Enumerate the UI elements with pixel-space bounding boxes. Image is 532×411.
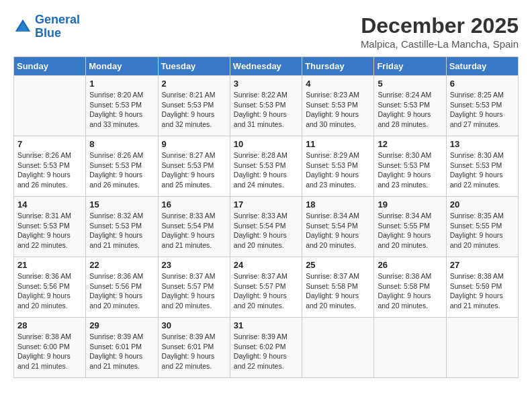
logo: General Blue: [13, 13, 80, 40]
day-info: Sunrise: 8:35 AM Sunset: 5:55 PM Dayligh…: [450, 211, 515, 250]
calendar-cell: 8Sunrise: 8:26 AM Sunset: 5:53 PM Daylig…: [86, 136, 158, 197]
day-number: 9: [162, 139, 226, 149]
logo-text: General Blue: [35, 13, 80, 40]
day-number: 14: [17, 199, 82, 210]
day-number: 3: [234, 79, 298, 89]
title-block: December 2025 Malpica, Castille-La Manch…: [361, 13, 519, 50]
day-info: Sunrise: 8:39 AM Sunset: 6:01 PM Dayligh…: [162, 332, 226, 371]
day-info: Sunrise: 8:38 AM Sunset: 6:00 PM Dayligh…: [17, 332, 82, 371]
header-wednesday: Wednesday: [230, 57, 302, 76]
header-tuesday: Tuesday: [158, 57, 230, 76]
day-number: 19: [378, 199, 442, 210]
calendar-cell: 25Sunrise: 8:37 AM Sunset: 5:58 PM Dayli…: [302, 257, 374, 318]
day-info: Sunrise: 8:26 AM Sunset: 5:53 PM Dayligh…: [17, 150, 82, 190]
calendar-cell: [446, 318, 518, 378]
calendar-cell: 15Sunrise: 8:32 AM Sunset: 5:53 PM Dayli…: [86, 197, 158, 257]
day-info: Sunrise: 8:25 AM Sunset: 5:53 PM Dayligh…: [450, 90, 515, 130]
header-sunday: Sunday: [14, 57, 86, 76]
day-number: 21: [17, 260, 82, 270]
day-info: Sunrise: 8:39 AM Sunset: 6:01 PM Dayligh…: [89, 332, 154, 371]
day-number: 12: [378, 139, 442, 149]
day-number: 24: [234, 260, 298, 270]
header-saturday: Saturday: [446, 57, 518, 76]
calendar-cell: 1Sunrise: 8:20 AM Sunset: 5:53 PM Daylig…: [86, 76, 158, 136]
day-number: 10: [234, 139, 298, 149]
calendar-cell: 30Sunrise: 8:39 AM Sunset: 6:01 PM Dayli…: [158, 318, 230, 378]
page-header: General Blue December 2025 Malpica, Cast…: [13, 13, 519, 50]
calendar-cell: 29Sunrise: 8:39 AM Sunset: 6:01 PM Dayli…: [86, 318, 158, 378]
calendar-cell: [14, 76, 86, 136]
day-number: 23: [162, 260, 226, 270]
day-number: 7: [17, 139, 82, 149]
calendar-cell: 19Sunrise: 8:34 AM Sunset: 5:55 PM Dayli…: [374, 197, 446, 257]
day-number: 20: [450, 199, 515, 210]
day-number: 2: [162, 79, 226, 89]
day-info: Sunrise: 8:38 AM Sunset: 5:58 PM Dayligh…: [378, 271, 442, 311]
calendar-cell: 16Sunrise: 8:33 AM Sunset: 5:54 PM Dayli…: [158, 197, 230, 257]
day-info: Sunrise: 8:31 AM Sunset: 5:53 PM Dayligh…: [17, 211, 82, 250]
day-info: Sunrise: 8:27 AM Sunset: 5:53 PM Dayligh…: [162, 150, 226, 190]
calendar-cell: 22Sunrise: 8:36 AM Sunset: 5:56 PM Dayli…: [86, 257, 158, 318]
day-number: 27: [450, 260, 515, 270]
calendar-cell: 17Sunrise: 8:33 AM Sunset: 5:54 PM Dayli…: [230, 197, 302, 257]
calendar-cell: 27Sunrise: 8:38 AM Sunset: 5:59 PM Dayli…: [446, 257, 518, 318]
calendar-cell: 21Sunrise: 8:36 AM Sunset: 5:56 PM Dayli…: [14, 257, 86, 318]
calendar-cell: 4Sunrise: 8:23 AM Sunset: 5:53 PM Daylig…: [302, 76, 374, 136]
day-number: 4: [306, 79, 370, 89]
calendar-cell: 9Sunrise: 8:27 AM Sunset: 5:53 PM Daylig…: [158, 136, 230, 197]
calendar-cell: [374, 318, 446, 378]
calendar-week-2: 7Sunrise: 8:26 AM Sunset: 5:53 PM Daylig…: [14, 136, 519, 197]
logo-line2: Blue: [35, 26, 61, 40]
calendar-cell: 3Sunrise: 8:22 AM Sunset: 5:53 PM Daylig…: [230, 76, 302, 136]
day-info: Sunrise: 8:23 AM Sunset: 5:53 PM Dayligh…: [306, 90, 370, 130]
month-title: December 2025: [361, 13, 519, 38]
day-number: 5: [378, 79, 442, 89]
day-number: 8: [89, 139, 154, 149]
day-info: Sunrise: 8:30 AM Sunset: 5:53 PM Dayligh…: [378, 150, 442, 190]
calendar-cell: 6Sunrise: 8:25 AM Sunset: 5:53 PM Daylig…: [446, 76, 518, 136]
day-number: 18: [306, 199, 370, 210]
day-number: 29: [89, 320, 154, 330]
day-info: Sunrise: 8:36 AM Sunset: 5:56 PM Dayligh…: [17, 271, 82, 311]
day-number: 30: [162, 320, 226, 330]
calendar-cell: 12Sunrise: 8:30 AM Sunset: 5:53 PM Dayli…: [374, 136, 446, 197]
calendar-cell: 13Sunrise: 8:30 AM Sunset: 5:53 PM Dayli…: [446, 136, 518, 197]
day-number: 11: [306, 139, 370, 149]
day-number: 6: [450, 79, 515, 89]
day-info: Sunrise: 8:37 AM Sunset: 5:57 PM Dayligh…: [162, 271, 226, 311]
day-info: Sunrise: 8:37 AM Sunset: 5:57 PM Dayligh…: [234, 271, 298, 311]
calendar-cell: 11Sunrise: 8:29 AM Sunset: 5:53 PM Dayli…: [302, 136, 374, 197]
day-info: Sunrise: 8:26 AM Sunset: 5:53 PM Dayligh…: [89, 150, 154, 190]
calendar-week-4: 21Sunrise: 8:36 AM Sunset: 5:56 PM Dayli…: [14, 257, 519, 318]
calendar-cell: [302, 318, 374, 378]
day-info: Sunrise: 8:30 AM Sunset: 5:53 PM Dayligh…: [450, 150, 515, 190]
day-info: Sunrise: 8:39 AM Sunset: 6:02 PM Dayligh…: [234, 332, 298, 371]
logo-icon: [13, 17, 32, 36]
calendar-cell: 20Sunrise: 8:35 AM Sunset: 5:55 PM Dayli…: [446, 197, 518, 257]
day-info: Sunrise: 8:20 AM Sunset: 5:53 PM Dayligh…: [89, 90, 154, 130]
calendar-week-3: 14Sunrise: 8:31 AM Sunset: 5:53 PM Dayli…: [14, 197, 519, 257]
day-number: 28: [17, 320, 82, 330]
day-number: 16: [162, 199, 226, 210]
calendar-cell: 2Sunrise: 8:21 AM Sunset: 5:53 PM Daylig…: [158, 76, 230, 136]
calendar-cell: 18Sunrise: 8:34 AM Sunset: 5:54 PM Dayli…: [302, 197, 374, 257]
day-number: 15: [89, 199, 154, 210]
day-number: 31: [234, 320, 298, 330]
calendar-cell: 31Sunrise: 8:39 AM Sunset: 6:02 PM Dayli…: [230, 318, 302, 378]
header-monday: Monday: [86, 57, 158, 76]
day-number: 13: [450, 139, 515, 149]
day-info: Sunrise: 8:21 AM Sunset: 5:53 PM Dayligh…: [162, 90, 226, 130]
calendar-cell: 5Sunrise: 8:24 AM Sunset: 5:53 PM Daylig…: [374, 76, 446, 136]
day-info: Sunrise: 8:34 AM Sunset: 5:54 PM Dayligh…: [306, 211, 370, 250]
calendar-header-row: SundayMondayTuesdayWednesdayThursdayFrid…: [14, 57, 519, 76]
day-info: Sunrise: 8:22 AM Sunset: 5:53 PM Dayligh…: [234, 90, 298, 130]
calendar-cell: 7Sunrise: 8:26 AM Sunset: 5:53 PM Daylig…: [14, 136, 86, 197]
calendar-table: SundayMondayTuesdayWednesdayThursdayFrid…: [13, 56, 519, 378]
calendar-cell: 26Sunrise: 8:38 AM Sunset: 5:58 PM Dayli…: [374, 257, 446, 318]
day-info: Sunrise: 8:37 AM Sunset: 5:58 PM Dayligh…: [306, 271, 370, 311]
day-number: 17: [234, 199, 298, 210]
day-number: 26: [378, 260, 442, 270]
day-info: Sunrise: 8:33 AM Sunset: 5:54 PM Dayligh…: [162, 211, 226, 250]
day-info: Sunrise: 8:28 AM Sunset: 5:53 PM Dayligh…: [234, 150, 298, 190]
location: Malpica, Castille-La Mancha, Spain: [361, 38, 519, 50]
